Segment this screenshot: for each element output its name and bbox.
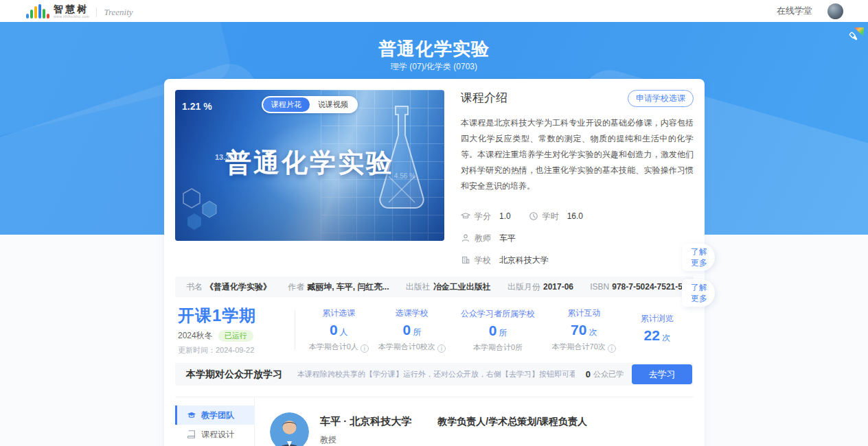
top-navbar: 智慧树 www.zhihuishu.com Treenity 在线学堂 — [0, 0, 868, 22]
stat-enrolled-schools: 选课学校 0所 本学期合计0校次 — [376, 307, 449, 353]
brand-suffix: Treenity — [104, 7, 133, 18]
media-toggle: 课程片花 说课视频 — [262, 96, 358, 113]
sidebar-item-course-design[interactable]: 课程设计 — [175, 425, 254, 444]
course-stats: 开课1学期 2024秋冬 已运行 更新时间：2024-09-22 累计选课 0人… — [175, 303, 694, 357]
course-description: 本课程是北京科技大学为工科专业开设的基础必修课，内容包括四大化学反应类型、常数的… — [461, 115, 694, 194]
course-category: 理学 (07)/化学类 (0703) — [0, 61, 868, 73]
info-icon[interactable] — [361, 344, 369, 353]
theme-brush-icon[interactable] — [846, 27, 864, 45]
course-video-preview[interactable]: 1.21 % 13.32 % 4.56 % 课程片花 说课视频 普通化学实验 — [175, 90, 444, 241]
stat-total-interactions: 累计互动 70次 本学期合计70次 — [547, 307, 621, 353]
sidebar-item-teaching-team[interactable]: 教学团队 — [175, 406, 254, 425]
zhihuishu-logo[interactable]: 智慧树 www.zhihuishu.com Treenity — [26, 4, 133, 19]
teacher-person-icon — [461, 233, 470, 243]
school-label: 学校 — [475, 255, 491, 266]
logo-bars-icon — [26, 5, 49, 19]
section-sidebar: 教学团队 课程设计 在线教程 — [175, 397, 255, 446]
credit-value: 1.0 — [499, 211, 511, 221]
media-overlay-title: 普通化学实验 — [175, 145, 444, 180]
tab-lecture-video[interactable]: 说课视频 — [310, 97, 356, 112]
brand-divider — [96, 8, 97, 17]
textbook-bar: 书名《普通化学实验》 作者臧丽坤, 车平, 闫红亮... 出版社冶金工业出版社 … — [175, 277, 694, 297]
apply-school-course-button[interactable]: 申请学校选课 — [628, 90, 694, 107]
public-bar-title: 本学期对公众开放学习 — [186, 368, 282, 381]
school-building-icon — [461, 255, 470, 265]
brand-name: 智慧树 — [54, 4, 89, 14]
nav-link-online-school[interactable]: 在线学堂 — [777, 5, 812, 17]
public-bar-note: 本课程除跨校共享的【学分课】运行外，还对公众开放，右侧【去学习】按钮即可看全部视… — [297, 369, 575, 379]
status-badge: 已运行 — [218, 330, 253, 342]
media-percent-decor: 1.21 % — [182, 101, 212, 112]
teacher-name: 车平 · 北京科技大学 — [320, 415, 411, 428]
book-publisher: 冶金工业出版社 — [433, 282, 491, 292]
book-isbn: 978-7-5024-7521-5 — [612, 282, 683, 292]
intro-heading: 课程介绍 — [461, 90, 507, 106]
teaching-team-icon — [187, 410, 196, 420]
teacher-value: 车平 — [499, 233, 516, 244]
team-section: 教学团队 课程设计 在线教程 — [175, 397, 694, 446]
public-learning-bar: 本学期对公众开放学习 本课程除跨校共享的【学分课】运行外，还对公众开放，右侧【去… — [175, 363, 694, 386]
brand-url: www.zhihuishu.com — [54, 15, 89, 19]
book-title: 《普通化学实验》 — [205, 282, 271, 292]
stat-total-views: 累计浏览 22次 — [620, 313, 694, 347]
school-value: 北京科技大学 — [499, 255, 549, 266]
hours-clock-icon — [529, 211, 538, 221]
course-title: 普通化学实验 — [0, 37, 868, 61]
learn-more-tab-stats[interactable]: 了解 更多 — [682, 279, 715, 307]
term-label: 2024秋冬 — [178, 330, 213, 342]
tab-course-trailer[interactable]: 课程片花 — [263, 97, 310, 112]
user-avatar[interactable] — [827, 3, 843, 19]
go-learn-button[interactable]: 去学习 — [632, 364, 692, 384]
teacher-rank: 教授 — [320, 434, 587, 446]
teacher-avatar — [270, 412, 309, 446]
hours-label: 学时 — [542, 211, 559, 222]
semester-count: 开课1学期 — [178, 305, 290, 327]
teacher-panel: 车平 · 北京科技大学 教学负责人/学术总策划/课程负责人 教授 曾任北京科技大… — [255, 397, 694, 446]
course-design-icon — [187, 430, 196, 439]
credit-label: 学分 — [475, 211, 491, 222]
info-icon[interactable] — [608, 344, 616, 353]
book-authors: 臧丽坤, 车平, 闫红亮... — [307, 282, 389, 292]
info-icon[interactable] — [437, 344, 446, 353]
stat-public-learner-schools: 公众学习者所属学校 0所 本学期合计0所 — [448, 308, 547, 353]
credit-cap-icon — [461, 211, 470, 221]
hexagon-decoration — [179, 183, 262, 231]
hours-value: 16.0 — [567, 211, 583, 221]
book-publish-date: 2017-06 — [543, 282, 573, 292]
divider — [295, 310, 295, 350]
stat-total-enrolled: 累计选课 0人 本学期合计0人 — [302, 307, 376, 353]
public-learned-count: 0 — [586, 369, 591, 379]
teacher-label: 教师 — [475, 233, 491, 244]
teacher-roles: 教学负责人/学术总策划/课程负责人 — [437, 416, 587, 428]
course-card: 了解 更多 了解 更多 1.21 % 13.32 % 4.56 % — [164, 79, 705, 446]
learn-more-tab-book[interactable]: 了解 更多 — [682, 244, 715, 271]
updated-time: 更新时间：2024-09-22 — [178, 345, 290, 355]
public-learned-label: 公众已学 — [593, 369, 624, 379]
